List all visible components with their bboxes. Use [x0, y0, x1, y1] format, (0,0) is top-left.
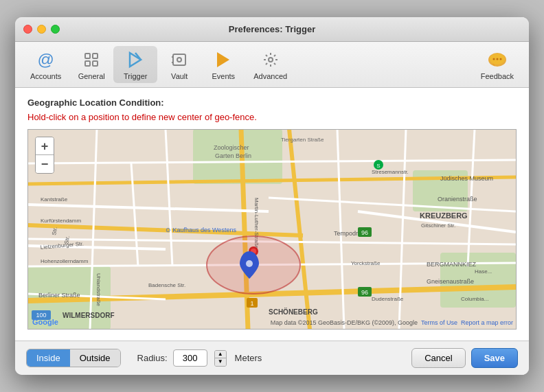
toolbar-item-vault[interactable]: Vault	[157, 46, 201, 83]
toolbar-item-trigger[interactable]: Trigger	[113, 46, 157, 83]
svg-text:Kantstraße: Kantstraße	[41, 196, 68, 203]
window-title: Preferences: Trigger	[229, 24, 315, 34]
zoom-out-button[interactable]: −	[36, 155, 54, 173]
vault-label: Vault	[171, 72, 188, 80]
radius-decrement-button[interactable]: ▼	[215, 358, 226, 366]
svg-text:SCHÖNEBERG: SCHÖNEBERG	[269, 308, 318, 316]
cancel-button[interactable]: Cancel	[411, 348, 465, 368]
accounts-icon: @	[35, 49, 57, 71]
trigger-label: Trigger	[124, 72, 147, 80]
feedback-icon	[486, 49, 508, 71]
toolbar-item-feedback[interactable]: Feedback	[473, 46, 522, 83]
toolbar: @ Accounts General Trigger	[15, 42, 529, 88]
toolbar-item-advanced[interactable]: Advanced	[245, 46, 295, 83]
zoom-in-button[interactable]: +	[36, 137, 54, 155]
svg-rect-3	[93, 61, 98, 66]
svg-text:96: 96	[361, 229, 368, 236]
svg-rect-1	[93, 54, 98, 58]
svg-text:Kurfürstendamm: Kurfürstendamm	[41, 218, 81, 224]
general-label: General	[78, 72, 105, 80]
accounts-label: Accounts	[30, 72, 61, 80]
svg-point-11	[269, 58, 273, 62]
svg-text:1: 1	[250, 300, 253, 307]
svg-point-15	[496, 58, 498, 60]
radius-increment-button[interactable]: ▲	[215, 351, 226, 358]
svg-point-7	[177, 58, 181, 62]
svg-text:Oranienstraße: Oranienstraße	[438, 196, 477, 203]
toolbar-item-events[interactable]: Events	[201, 46, 245, 83]
maximize-button[interactable]	[51, 25, 60, 34]
svg-text:Yorckstraße: Yorckstraße	[351, 260, 381, 266]
geo-hint-text: Hold-click on a position to define new c…	[27, 112, 517, 122]
svg-text:S: S	[376, 163, 380, 169]
vault-icon	[168, 49, 190, 71]
svg-point-83	[246, 260, 253, 267]
svg-text:WILMERSDORF: WILMERSDORF	[63, 312, 115, 319]
report-link[interactable]: Report a map error	[461, 319, 513, 326]
svg-text:Garten Berlin: Garten Berlin	[215, 152, 251, 159]
map-svg: Zoologischer Garten Berlin Tiergarten St…	[28, 130, 516, 329]
feedback-label: Feedback	[481, 72, 514, 80]
svg-text:Columbia...: Columbia...	[461, 296, 488, 302]
radius-label: Radius:	[137, 353, 168, 363]
minimize-button[interactable]	[37, 25, 46, 34]
map-attribution: Map data ©2015 GeoBasis-DE/BKG (©2009), …	[271, 319, 513, 326]
google-logo: Google	[32, 318, 58, 326]
svg-text:Stresemannstr.: Stresemannstr.	[372, 169, 409, 175]
advanced-label: Advanced	[253, 72, 287, 80]
general-icon	[80, 49, 102, 71]
svg-text:BERGMANNKIEZ: BERGMANNKIEZ	[427, 261, 477, 268]
svg-marker-4	[130, 53, 141, 67]
traffic-lights	[23, 25, 60, 34]
events-icon	[212, 49, 234, 71]
svg-rect-6	[173, 54, 185, 65]
svg-text:Jüdisches Museum: Jüdisches Museum	[440, 175, 493, 182]
svg-point-16	[499, 58, 501, 60]
terms-link[interactable]: Terms of Use	[421, 319, 457, 326]
events-label: Events	[212, 72, 235, 80]
svg-text:Hohenzollerndamm: Hohenzollerndamm	[41, 258, 89, 264]
svg-text:Berliner Straße: Berliner Straße	[38, 292, 80, 299]
inside-outside-toggle: Inside Outside	[26, 349, 121, 367]
svg-text:Zoologischer: Zoologischer	[214, 144, 249, 151]
svg-text:Tiergarten Straße: Tiergarten Straße	[281, 137, 324, 143]
bottom-bar: Inside Outside Radius: ▲ ▼ Meters Cancel…	[15, 341, 529, 375]
preferences-window: Preferences: Trigger @ Accounts General	[15, 17, 529, 375]
map-controls: + −	[35, 137, 54, 174]
svg-text:Badensche Str.: Badensche Str.	[148, 282, 185, 288]
svg-text:Uhlandstraße: Uhlandstraße	[95, 273, 102, 307]
svg-rect-0	[85, 54, 90, 58]
svg-text:Gitschiner Str.: Gitschiner Str.	[421, 222, 455, 229]
toolbar-item-accounts[interactable]: @ Accounts	[22, 46, 69, 83]
geo-condition-title: Geographic Location Condition:	[27, 97, 517, 108]
toolbar-item-general[interactable]: General	[69, 46, 113, 83]
svg-marker-10	[217, 52, 229, 67]
advanced-icon	[260, 49, 282, 71]
svg-text:96: 96	[361, 289, 368, 296]
inside-button[interactable]: Inside	[27, 349, 70, 367]
close-button[interactable]	[23, 25, 32, 34]
save-button[interactable]: Save	[471, 348, 518, 368]
radius-stepper: ▲ ▼	[214, 350, 227, 367]
svg-text:Dudenstraße: Dudenstraße	[372, 296, 404, 302]
svg-text:⊙ Kaufhaus des Westens: ⊙ Kaufhaus des Westens	[166, 227, 236, 233]
svg-text:Gneisenaustraße: Gneisenaustraße	[427, 278, 474, 285]
radius-input[interactable]	[173, 349, 207, 367]
map-container[interactable]: Zoologischer Garten Berlin Tiergarten St…	[27, 129, 517, 330]
svg-point-14	[492, 58, 495, 60]
svg-text:KREUZBERG: KREUZBERG	[420, 211, 468, 220]
svg-rect-2	[85, 61, 90, 66]
outside-button[interactable]: Outside	[70, 349, 120, 367]
content-area: Geographic Location Condition: Hold-clic…	[15, 88, 529, 341]
unit-label: Meters	[235, 353, 262, 363]
svg-text:Hase...: Hase...	[475, 268, 492, 275]
titlebar: Preferences: Trigger	[15, 17, 529, 42]
trigger-icon	[124, 49, 146, 71]
